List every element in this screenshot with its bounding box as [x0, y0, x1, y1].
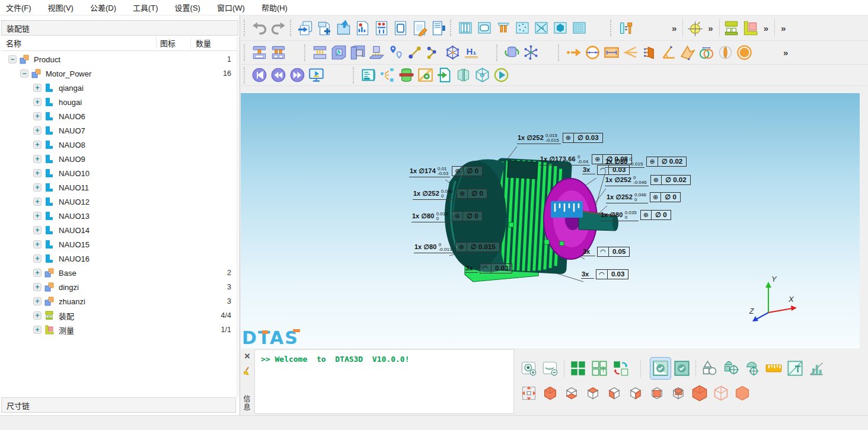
expand-toggle-icon[interactable]	[33, 297, 42, 305]
measure-tool-button[interactable]	[741, 18, 760, 38]
link-three-points-button[interactable]	[424, 43, 443, 63]
tree-row[interactable]: NAUO12	[0, 195, 240, 209]
menu-tolerance[interactable]: 公差(D)	[90, 2, 116, 13]
explode-parts-button[interactable]	[378, 65, 397, 85]
redo-button[interactable]	[269, 18, 288, 38]
compare-document-button[interactable]	[372, 18, 391, 38]
expand-toggle-icon[interactable]	[8, 55, 17, 63]
dotted-face-button[interactable]	[513, 18, 532, 38]
menu-help[interactable]: 帮助(H)	[261, 2, 288, 13]
hexagon-face-button[interactable]	[551, 18, 570, 38]
cube-lift-button[interactable]	[367, 43, 386, 63]
grid-filled-button[interactable]	[568, 358, 588, 379]
tt-pillars-button[interactable]	[494, 18, 513, 38]
tree-row[interactable]: zhuanzi 3	[0, 294, 240, 308]
tree-row[interactable]: Product 1	[0, 52, 240, 66]
tree-row[interactable]: NAUO9	[0, 152, 240, 166]
crossed-face-button[interactable]	[532, 18, 551, 38]
ruler-button[interactable]	[764, 358, 784, 379]
link-two-points-button[interactable]	[405, 43, 424, 63]
expand-toggle-icon[interactable]	[33, 155, 42, 163]
cube-in-box-button[interactable]	[329, 43, 348, 63]
tree-row[interactable]: 测量 1/1	[0, 323, 240, 337]
mesh-face-button[interactable]	[570, 18, 589, 38]
tree-row[interactable]: NAUO13	[0, 209, 240, 223]
column-qty[interactable]: 数量	[191, 37, 238, 49]
clear-console-icon[interactable]	[242, 367, 252, 376]
iso-view-button[interactable]	[540, 383, 560, 404]
top-view-button[interactable]	[583, 383, 603, 404]
import-model-button[interactable]	[296, 18, 315, 38]
rect-dimension-button[interactable]	[602, 43, 621, 63]
filled-circle-button[interactable]	[735, 43, 754, 63]
grid-outline-button[interactable]	[589, 358, 609, 379]
tree-row[interactable]: NAUO16	[0, 251, 240, 266]
expand-toggle-icon[interactable]	[33, 326, 42, 334]
expand-toggle-icon[interactable]	[33, 84, 42, 92]
close-console-button[interactable]: ✕	[244, 352, 251, 361]
expand-toggle-icon[interactable]	[33, 126, 42, 135]
menu-window[interactable]: 窗口(W)	[217, 2, 245, 13]
two-rings-button[interactable]	[697, 43, 716, 63]
tree-row[interactable]: NAUO14	[0, 223, 240, 237]
expand-toggle-icon[interactable]	[33, 112, 42, 120]
toolbar-grip[interactable]	[496, 44, 499, 61]
menu-view[interactable]: 视图(V)	[48, 2, 74, 13]
tree-row[interactable]: qiangai	[0, 81, 240, 95]
verify-mode-button[interactable]	[650, 358, 671, 379]
right-view-button[interactable]	[626, 383, 646, 404]
tree-row[interactable]: Motor_Power 16	[0, 66, 240, 81]
monitor-play-button[interactable]	[307, 65, 326, 85]
toolbar-overflow-button[interactable]: »	[668, 23, 680, 33]
caliper-button[interactable]	[621, 43, 640, 63]
toolbar-overflow-button[interactable]: »	[760, 23, 772, 33]
toolbar-overflow-button[interactable]: »	[704, 23, 716, 33]
dome-target-button[interactable]	[742, 358, 762, 379]
column-icon[interactable]: 图标	[157, 37, 191, 49]
expand-toggle-icon[interactable]	[20, 69, 28, 78]
back-view-button[interactable]	[668, 383, 688, 404]
drawing-gear-button[interactable]	[416, 65, 435, 85]
toolbar-grip[interactable]	[450, 20, 452, 36]
edit-document-button[interactable]	[410, 18, 429, 38]
section-rounded-button[interactable]	[475, 18, 494, 38]
blueprint-button[interactable]	[359, 65, 378, 85]
tree-row[interactable]: NAUO6	[0, 109, 240, 123]
message-console[interactable]: >> Welcome to DTAS3D V10.0.0!	[254, 349, 514, 414]
viewport-3d[interactable]: Y X Z 1x ∅252 0.015-0.015 ⊕ ∅ 0.03	[241, 93, 860, 348]
shapes-target-button[interactable]	[721, 358, 741, 379]
expand-toggle-icon[interactable]	[33, 269, 42, 277]
expand-toggle-icon[interactable]	[33, 212, 42, 220]
hide-button[interactable]	[540, 358, 560, 379]
tree-row[interactable]: NAUO10	[0, 166, 240, 180]
tree-scrollbar[interactable]	[237, 37, 240, 397]
expand-toggle-icon[interactable]	[33, 254, 42, 263]
tree-row[interactable]: NAUO11	[0, 180, 240, 195]
bottom-view-button[interactable]	[561, 383, 582, 404]
toolbar-grip[interactable]	[290, 20, 292, 36]
datum-circle-button[interactable]	[685, 18, 704, 38]
toolbar-grip[interactable]	[244, 44, 246, 61]
cylinder-section-button[interactable]	[397, 65, 416, 85]
assembly-arrows-button[interactable]	[310, 43, 329, 63]
expand-toggle-icon[interactable]	[33, 169, 42, 177]
skip-to-start-button[interactable]	[250, 65, 269, 85]
toolbar-grip[interactable]	[610, 20, 612, 36]
show-button[interactable]	[519, 358, 539, 379]
expand-toggle-icon[interactable]	[33, 240, 42, 249]
rewind-button[interactable]	[269, 65, 288, 85]
tree-row[interactable]: NAUO8	[0, 138, 240, 152]
export-document-button[interactable]	[435, 65, 454, 85]
expand-toggle-icon[interactable]	[33, 141, 42, 149]
cube-open-box-button[interactable]	[348, 43, 367, 63]
bent-plane-button[interactable]	[678, 43, 697, 63]
assembly-tool-button[interactable]	[722, 18, 741, 38]
shaded-view-button[interactable]	[732, 383, 752, 404]
tree-row[interactable]: dingzi 3	[0, 280, 240, 294]
toolbar-overflow-button[interactable]: »	[780, 47, 792, 58]
bar-chart-button[interactable]	[806, 358, 826, 379]
star-network-button[interactable]	[521, 43, 540, 63]
toolbar-grip[interactable]	[244, 67, 246, 84]
left-view-button[interactable]	[604, 383, 624, 404]
assembly-press-2-button[interactable]	[269, 43, 288, 63]
